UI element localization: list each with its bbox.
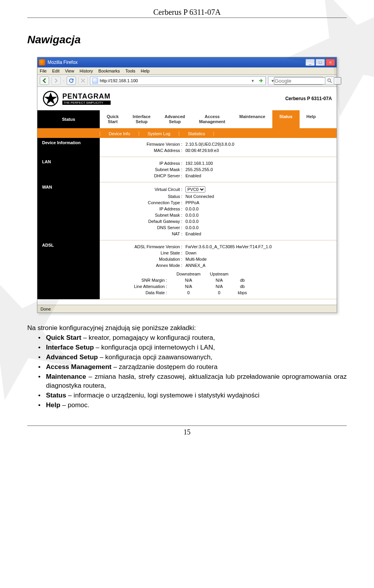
close-button[interactable]: × xyxy=(326,59,335,66)
doc-header: Cerberus P 6311-07A xyxy=(27,8,347,18)
lan-dhcp-label: DHCP Server : xyxy=(104,173,182,178)
menu-edit[interactable]: Edit xyxy=(52,69,60,73)
adsl-mod-label: Modulation : xyxy=(104,257,182,261)
search-mag-button[interactable] xyxy=(325,76,334,85)
section-adsl: ADSL xyxy=(37,240,100,299)
toolbar: · ▾ G ▾ xyxy=(37,75,337,87)
pentagram-logo-icon xyxy=(42,90,59,107)
list-item: Status – informacje o urządzeniu, logi s… xyxy=(38,391,347,400)
tab-maintenance[interactable]: Maintenance xyxy=(232,110,272,128)
search-box: G ▾ xyxy=(268,76,323,85)
url-box: ▾ xyxy=(90,76,266,85)
menu-history[interactable]: History xyxy=(79,69,93,73)
brand-tagline: THE PERFECT SIMPLICITY xyxy=(62,101,111,105)
wan-dns-value: 0.0.0.0 xyxy=(185,225,199,230)
adsl-annex-value: ANNEX_A xyxy=(185,263,205,268)
tab-advanced-setup[interactable]: AdvancedSetup xyxy=(157,110,192,128)
go-button[interactable] xyxy=(256,76,265,85)
col-upstream: Upstream xyxy=(205,271,233,277)
minimize-button[interactable]: _ xyxy=(305,59,315,66)
table-row: SNR Margin : N/A N/A db xyxy=(129,277,252,283)
sub-tabs: Device Info System Log Statistics xyxy=(37,129,337,138)
wan-ip-value: 0.0.0.0 xyxy=(185,207,199,211)
titlebar: Mozilla Firefox _ □ × xyxy=(37,57,337,67)
lan-mask-value: 255.255.255.0 xyxy=(185,167,213,172)
tab-quick-start[interactable]: QuickStart xyxy=(100,110,126,128)
wan-nat-label: NAT : xyxy=(104,231,182,236)
table-row: Data Rate : 0 0 kbps xyxy=(129,290,252,296)
wan-ct-label: Connection Type : xyxy=(104,200,182,205)
wan-nat-value: Enabled xyxy=(185,231,201,236)
table-row: Line Attenuation : N/A N/A db xyxy=(129,283,252,290)
forward-button[interactable] xyxy=(51,76,61,85)
adsl-mod-value: Multi-Mode xyxy=(185,257,206,261)
status-text: Done xyxy=(41,307,51,311)
menu-help[interactable]: Help xyxy=(141,69,150,73)
svg-line-4 xyxy=(330,81,332,83)
wan-status-value: Not Connected xyxy=(185,194,214,199)
fw-value: 2.10.5.0(UE0.C29)3.8.0.0 xyxy=(185,142,234,147)
adsl-stats-table: Downstream Upstream SNR Margin : N/A N/A… xyxy=(129,271,252,296)
tab-status[interactable]: Status xyxy=(272,110,300,128)
subtab-statistics[interactable]: Statistics xyxy=(179,131,214,136)
wan-gw-value: 0.0.0.0 xyxy=(185,219,199,224)
subtab-device-info[interactable]: Device Info xyxy=(100,131,139,136)
lan-ip-label: IP Address : xyxy=(104,161,182,166)
wan-gw-label: Default Gateway : xyxy=(104,219,182,224)
brand: PENTAGRAM THE PERFECT SIMPLICITY xyxy=(42,90,111,107)
svg-point-3 xyxy=(328,79,330,81)
adsl-ls-label: Line State : xyxy=(104,251,182,255)
maximize-button[interactable]: □ xyxy=(316,59,325,66)
list-item: Access Management – zarządzanie dostępem… xyxy=(38,363,347,372)
tab-access-management[interactable]: AccessManagement xyxy=(192,110,232,128)
adsl-fw-value: FwVer:3.6.0.0_A_TC3085 HwVer:T14.F7_1.0 xyxy=(185,244,272,249)
col-downstream: Downstream xyxy=(172,271,205,277)
lan-ip-value: 192.168.1.100 xyxy=(185,161,213,166)
url-input[interactable] xyxy=(100,78,250,83)
list-item: Quick Start – kreator, pomagający w konf… xyxy=(38,334,347,343)
menu-view[interactable]: View xyxy=(65,69,74,73)
mac-label: MAC Address : xyxy=(104,148,182,153)
list-item: Help – pomoc. xyxy=(38,401,347,410)
adsl-ls-value: Down xyxy=(185,251,196,255)
doc-intro: Na stronie konfiguracyjnej znajdują się … xyxy=(27,324,347,333)
lan-dhcp-value: Enabled xyxy=(185,173,201,178)
window-title: Mozilla Firefox xyxy=(48,60,305,65)
section-device-info: Device Information xyxy=(37,138,100,157)
section-wan: WAN xyxy=(37,182,100,240)
main-tabs: Status QuickStart InterfaceSetup Advance… xyxy=(37,110,337,129)
firefox-icon xyxy=(39,59,45,65)
reload-button[interactable] xyxy=(67,76,76,85)
url-dropdown-icon[interactable]: ▾ xyxy=(250,78,256,83)
page-icon xyxy=(92,78,98,84)
brand-name: PENTAGRAM xyxy=(62,92,111,100)
wan-dns-label: DNS Server : xyxy=(104,225,182,230)
tab-interface-setup[interactable]: InterfaceSetup xyxy=(126,110,158,128)
screenshot: Mozilla Firefox _ □ × File Edit View His… xyxy=(37,57,337,313)
stop-button[interactable] xyxy=(78,76,88,85)
model-label: Cerberus P 6311-07A xyxy=(285,96,332,101)
list-item: Advanced Setup – konfiguracja opcji zaaw… xyxy=(38,353,347,362)
menu-file[interactable]: File xyxy=(40,69,47,73)
wan-mask-value: 0.0.0.0 xyxy=(185,213,199,217)
section-lan: LAN xyxy=(37,157,100,182)
wan-mask-label: Subnet Mask : xyxy=(104,213,182,217)
lan-mask-label: Subnet Mask : xyxy=(104,167,182,172)
main-tab-sidebar: Status xyxy=(37,110,100,128)
adsl-fw-label: ADSL Firmware Version : xyxy=(104,244,182,249)
router-page: PENTAGRAM THE PERFECT SIMPLICITY Cerberu… xyxy=(37,87,337,305)
wan-vc-select[interactable]: PVC0 xyxy=(185,186,205,192)
menubar: File Edit View History Bookmarks Tools H… xyxy=(37,67,337,75)
wan-ip-label: IP Address : xyxy=(104,207,182,211)
fw-label: Firmware Version : xyxy=(104,142,182,147)
list-item: Maintenance – zmiana hasła, strefy czaso… xyxy=(38,373,347,390)
back-button[interactable] xyxy=(40,76,49,85)
wan-status-label: Status : xyxy=(104,194,182,199)
doc-pagenum: 15 xyxy=(27,426,347,436)
subtab-system-log[interactable]: System Log xyxy=(139,131,179,136)
menu-tools[interactable]: Tools xyxy=(125,69,136,73)
menu-bookmarks[interactable]: Bookmarks xyxy=(99,69,120,73)
tab-help[interactable]: Help xyxy=(300,110,323,128)
status-bar: Done xyxy=(37,305,337,313)
doc-title: Nawigacja xyxy=(27,34,347,46)
